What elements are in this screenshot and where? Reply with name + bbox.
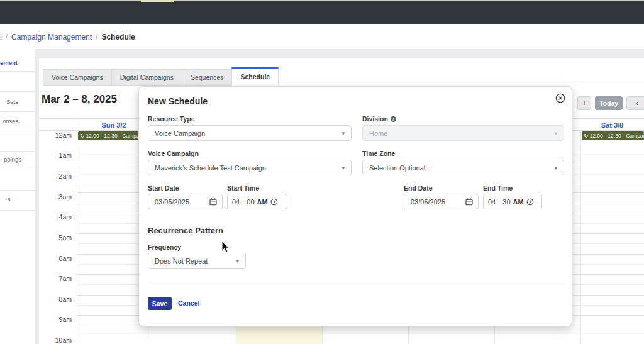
- sidebar-item-responses[interactable]: onses: [3, 118, 18, 125]
- chevron-down-icon: ▾: [554, 165, 557, 171]
- today-column-highlight: [236, 327, 322, 344]
- time-label: 9am: [39, 316, 72, 323]
- end-time-minute: 30: [502, 198, 510, 206]
- end-time-meridiem[interactable]: AM: [513, 198, 524, 206]
- chevron-down-icon: ▾: [341, 165, 345, 171]
- chevron-down-icon: ▾: [236, 258, 239, 264]
- app-window: ectory ▾ Documents Performance ▾ Admin l…: [0, 0, 644, 344]
- start-date-label: Start Date: [148, 184, 179, 192]
- sidebar-divider: [0, 111, 35, 112]
- tab-digital-campaigns[interactable]: Digital Campaigns: [111, 69, 182, 86]
- column-border: [580, 131, 581, 344]
- sidebar-item-mappings[interactable]: ppings: [4, 156, 21, 163]
- sidebar-divider: [0, 151, 35, 152]
- calendar-week-title: Mar 2 – 8, 2025: [42, 93, 117, 106]
- breadcrumb: l / Campaign Management / Schedule: [0, 33, 135, 42]
- modal-divider: [148, 286, 564, 286]
- start-date-value: 03/05/2025: [155, 198, 189, 206]
- prev-week-button[interactable]: ‹: [626, 96, 644, 110]
- time-label: 5am: [39, 234, 72, 241]
- page-background-band: [35, 49, 644, 58]
- division-select: Home ▾: [362, 125, 564, 141]
- time-zone-label: Time Zone: [362, 150, 395, 157]
- chevron-down-icon: ▾: [554, 130, 557, 136]
- new-schedule-modal: New Schedule Resource Type Division Voic…: [138, 86, 572, 326]
- resource-type-select[interactable]: Voice Campaign ▾: [148, 125, 352, 141]
- division-label-text: Division: [362, 115, 388, 123]
- tab-sequences[interactable]: Sequences: [182, 69, 233, 86]
- time-zone-select[interactable]: Selection Optional... ▾: [362, 160, 564, 175]
- end-date-value: 03/05/2025: [411, 198, 445, 206]
- time-label: 2am: [39, 172, 72, 180]
- end-time-input[interactable]: 04 : 30 AM: [483, 194, 542, 209]
- sidebar-divider: [0, 210, 35, 211]
- start-time-hour: 04: [232, 198, 240, 206]
- sidebar-item-sets[interactable]: Sets: [6, 98, 18, 105]
- recurrence-pattern-heading: Recurrence Pattern: [148, 226, 223, 235]
- time-label: 10am: [39, 336, 72, 344]
- start-time-meridiem[interactable]: AM: [257, 198, 268, 206]
- sidebar-divider: [0, 71, 35, 72]
- left-sidebar: [0, 49, 35, 344]
- time-label: 12am: [39, 131, 72, 139]
- division-value: Home: [369, 130, 387, 137]
- calendar-icon: [209, 198, 217, 206]
- clock-icon: [270, 198, 278, 206]
- tab-voice-campaigns[interactable]: Voice Campaigns: [43, 69, 112, 86]
- resource-type-value: Voice Campaign: [155, 130, 205, 137]
- time-label: 7am: [39, 275, 72, 282]
- breadcrumb-current: Schedule: [101, 33, 135, 42]
- time-label: 1am: [39, 152, 72, 159]
- breadcrumb-link-campaign-management[interactable]: Campaign Management: [11, 33, 92, 42]
- sidebar-divider: [0, 91, 35, 92]
- calendar-event-sat[interactable]: ↻ 12:00 - 12:30 - Campaig: [582, 131, 644, 140]
- clock-icon: [526, 198, 534, 206]
- calendar-icon: [465, 198, 473, 206]
- time-label: 3am: [39, 193, 72, 201]
- chevron-down-icon: ▾: [341, 130, 345, 136]
- event-label: 12:00 - 12:30 - Campaign:: [86, 131, 138, 140]
- breadcrumb-separator: /: [96, 33, 97, 42]
- end-date-input[interactable]: 03/05/2025: [404, 194, 479, 209]
- start-time-minute: 00: [247, 198, 254, 206]
- start-time-input[interactable]: 04 : 00 AM: [227, 194, 287, 209]
- page-background-gutter: [35, 49, 39, 344]
- time-separator: :: [242, 198, 244, 206]
- today-button[interactable]: Today: [595, 96, 623, 110]
- cancel-button[interactable]: Cancel: [178, 299, 199, 307]
- voice-campaign-value: Maverick’s Schedule Test Campaign: [155, 164, 266, 172]
- time-label: 6am: [39, 255, 72, 262]
- calendar-event-sun[interactable]: ↻ 12:00 - 12:30 - Campaign:: [78, 131, 138, 140]
- info-icon[interactable]: [391, 116, 396, 122]
- division-label: Division: [362, 115, 396, 123]
- breadcrumb-separator: /: [6, 33, 8, 42]
- start-time-label: Start Time: [227, 184, 259, 192]
- day-header-sat: Sat 3/8: [580, 121, 644, 129]
- breadcrumb-leading-link[interactable]: l: [0, 33, 2, 42]
- sidebar-divider: [0, 190, 35, 191]
- time-separator: :: [498, 198, 500, 206]
- sidebar-item-management[interactable]: ement: [0, 59, 18, 66]
- sidebar-item-s[interactable]: s: [8, 196, 11, 203]
- active-nav-indicator: [141, 0, 174, 2]
- tab-bar: Voice Campaigns Digital Campaigns Sequen…: [43, 67, 278, 86]
- end-time-label: End Time: [483, 184, 513, 192]
- tab-schedule[interactable]: Schedule: [231, 67, 279, 86]
- frequency-select[interactable]: Does Not Repeat ▾: [148, 253, 246, 269]
- recurring-icon: ↻: [80, 131, 85, 140]
- frequency-value: Does Not Repeat: [155, 257, 208, 265]
- sidebar-divider: [0, 131, 35, 131]
- voice-campaign-select[interactable]: Maverick’s Schedule Test Campaign ▾: [148, 160, 352, 175]
- modal-title: New Schedule: [148, 96, 208, 106]
- time-label: 4am: [39, 213, 72, 221]
- save-button[interactable]: Save: [148, 297, 172, 310]
- frequency-label: Frequency: [148, 243, 181, 251]
- time-zone-value: Selection Optional...: [369, 164, 431, 172]
- close-icon[interactable]: [555, 93, 565, 103]
- time-label: 8am: [39, 296, 72, 303]
- add-event-button[interactable]: +: [577, 96, 591, 110]
- event-label: 12:00 - 12:30 - Campaig: [590, 131, 644, 140]
- start-date-input[interactable]: 03/05/2025: [148, 194, 223, 209]
- resource-type-label: Resource Type: [148, 115, 195, 123]
- end-date-label: End Date: [404, 184, 433, 192]
